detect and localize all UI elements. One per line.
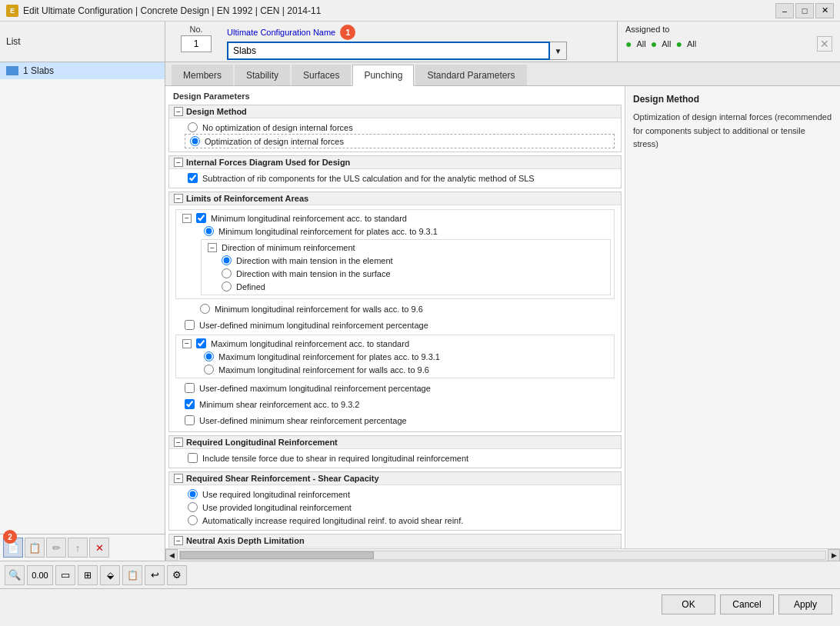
radio-dir-defined[interactable] (222, 281, 232, 291)
tool-btn-4[interactable]: ⊞ (78, 565, 98, 585)
subtraction-label: Subtraction of rib components for the UL… (202, 174, 535, 183)
internal-forces-collapse[interactable]: − (174, 158, 183, 167)
param-row: Automatically increase required longitud… (185, 514, 615, 527)
radio-opt[interactable] (190, 136, 200, 146)
maximize-button[interactable]: □ (795, 3, 814, 18)
cb-user-min[interactable] (185, 320, 195, 330)
tensile-shear-label: Include tensile force due to shear in re… (202, 454, 468, 463)
cb-max-long[interactable] (196, 338, 206, 348)
config-name-dropdown[interactable]: ▼ (550, 42, 567, 60)
info-title: Design Method (633, 94, 832, 105)
direction-label: Direction of minimum reinforcement (222, 243, 355, 252)
req-long-label: Required Longitudinal Reinforcement (186, 438, 338, 447)
cb-user-max[interactable] (185, 383, 195, 393)
tab-standard-params[interactable]: Standard Parameters (415, 65, 526, 85)
cb-min-shear[interactable] (185, 399, 195, 409)
no-opt-label: No optimization of design internal force… (202, 123, 353, 132)
content-main: Design Parameters − Design Method No opt… (165, 86, 625, 548)
info-text: Optimization of design internal forces (… (633, 111, 832, 152)
max-long-label: Maximum longitudinal reinforcement acc. … (211, 339, 409, 348)
req-shear-collapse[interactable]: − (174, 474, 183, 483)
config-name-input[interactable] (227, 42, 550, 60)
apply-button[interactable]: Apply (778, 594, 832, 614)
param-row: Optimization of design internal forces (185, 134, 615, 148)
search-button[interactable]: 🔍 (5, 565, 25, 585)
radio-no-opt[interactable] (188, 122, 198, 132)
user-max-label: User-defined maximum longitudinal reinfo… (199, 384, 431, 393)
list-item-slabs[interactable]: 1 Slabs (0, 62, 165, 79)
radio-dir-surface[interactable] (222, 268, 232, 278)
min-long-label: Minimum longitudinal reinforcement acc. … (211, 214, 407, 223)
param-row: Maximum longitudinal reinforcement for p… (201, 350, 611, 363)
req-shear-label: Required Shear Reinforcement - Shear Cap… (186, 474, 379, 483)
config-no-input[interactable] (181, 35, 212, 52)
app-icon: E (6, 5, 18, 17)
radio-dir-element[interactable] (222, 255, 232, 265)
close-button[interactable]: ✕ (815, 3, 834, 18)
tab-surfaces[interactable]: Surfaces (292, 65, 351, 85)
radio-use-req[interactable] (188, 489, 198, 499)
value-display[interactable]: 0.00 (27, 565, 53, 585)
req-long-collapse[interactable]: − (174, 438, 183, 447)
tab-stability[interactable]: Stability (235, 65, 290, 85)
badge-1: 1 (340, 25, 355, 40)
assigned-to-label: Assigned to (625, 25, 832, 34)
undo-button[interactable]: ↩ (145, 565, 165, 585)
delete-button[interactable]: ✕ (89, 538, 109, 558)
frame-button[interactable]: ▭ (55, 565, 75, 585)
tool-btn-5[interactable]: ⬙ (100, 565, 120, 585)
assigned-clear-button[interactable]: ✕ (817, 36, 832, 52)
limits-collapse[interactable]: − (174, 194, 183, 203)
neutral-axis-collapse[interactable]: − (174, 536, 183, 545)
radio-max-plates[interactable] (204, 351, 214, 361)
title-bar: E Edit Ultimate Configuration | Concrete… (0, 0, 840, 22)
use-prov-label: Use provided longitudinal reinforcement (202, 503, 352, 512)
copy-config-button[interactable]: 📋 (25, 538, 45, 558)
settings-button[interactable]: ⚙ (167, 565, 187, 585)
param-row: Include tensile force due to shear in re… (185, 451, 615, 465)
scroll-right-arrow[interactable]: ▶ (828, 549, 840, 561)
scroll-track[interactable] (179, 551, 826, 560)
radio-auto-increase[interactable] (188, 515, 198, 525)
scroll-left-arrow[interactable]: ◀ (165, 549, 178, 561)
param-row: − Direction of minimum reinforcement (205, 241, 607, 254)
cancel-button[interactable]: Cancel (720, 594, 774, 614)
design-method-collapse[interactable]: − (174, 107, 183, 116)
tab-punching[interactable]: Punching (352, 65, 414, 86)
cb-tensile-shear[interactable] (188, 453, 198, 463)
use-req-label: Use required longitudinal reinforcement (202, 490, 350, 499)
minimize-button[interactable]: – (775, 3, 794, 18)
list-item-label: 1 Slabs (23, 65, 54, 76)
radio-min-walls[interactable] (200, 304, 210, 314)
param-row: User-defined minimum longitudinal reinfo… (182, 318, 608, 331)
cb-min-long[interactable] (196, 213, 206, 223)
opt-label: Optimization of design internal forces (205, 137, 344, 146)
user-min-label: User-defined minimum longitudinal reinfo… (199, 321, 428, 330)
param-row: Direction with main tension in the surfa… (218, 267, 607, 280)
param-row: Minimum shear reinforcement acc. to 9.3.… (182, 398, 608, 411)
tab-members[interactable]: Members (172, 65, 233, 85)
assigned-dot-3: ● (675, 38, 682, 50)
param-row: Use provided longitudinal reinforcement (185, 501, 615, 514)
max-long-collapse[interactable]: − (182, 339, 192, 348)
move-up-button[interactable]: ↑ (68, 538, 88, 558)
direction-collapse[interactable]: − (208, 243, 217, 252)
max-plates-label: Maximum longitudinal reinforcement for p… (218, 352, 440, 361)
window-title: Edit Ultimate Configuration | Concrete D… (23, 5, 321, 16)
cb-subtraction[interactable] (188, 173, 198, 183)
radio-use-prov[interactable] (188, 502, 198, 512)
copy-button[interactable]: 📋 (122, 565, 142, 585)
min-long-collapse[interactable]: − (182, 214, 192, 223)
limits-label: Limits of Reinforcement Areas (186, 194, 308, 203)
radio-min-plates[interactable] (204, 226, 214, 236)
design-parameters-header: Design Parameters (168, 89, 622, 103)
ok-button[interactable]: OK (662, 594, 715, 614)
param-row: No optimization of design internal force… (185, 121, 615, 134)
assigned-dot-1: ● (625, 38, 632, 50)
rename-button[interactable]: ✏ (46, 538, 66, 558)
radio-max-walls[interactable] (204, 365, 214, 375)
no-label: No. (189, 25, 202, 34)
config-name-label: Ultimate Configuration Name (227, 28, 335, 37)
cb-user-min-shear[interactable] (185, 415, 195, 425)
info-panel: Design Method Optimization of design int… (625, 86, 840, 548)
